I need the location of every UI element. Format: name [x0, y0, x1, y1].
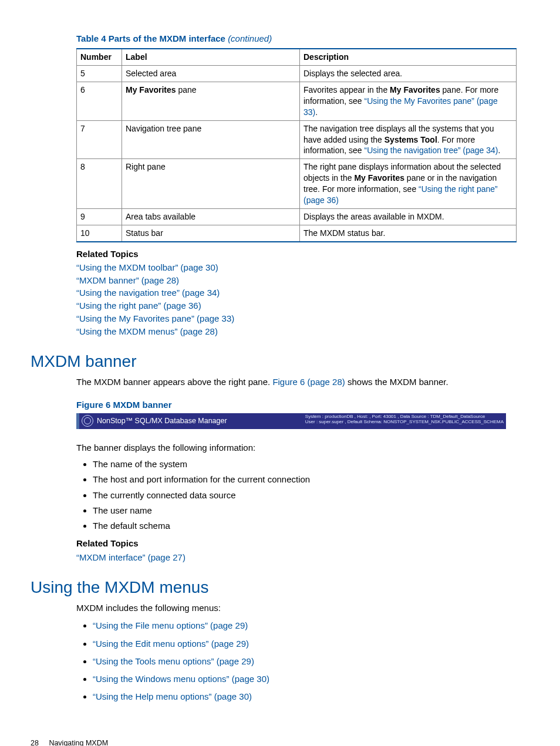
xref-link[interactable]: “Using the right pane” (page 36) [76, 299, 514, 312]
xref-link[interactable]: “Using the Help menu options” (page 30) [93, 691, 252, 701]
col-number: Number [77, 49, 122, 65]
caption-continued: (continued) [228, 33, 272, 43]
list-item: “Using the Windows menu options” (page 3… [93, 673, 514, 685]
table-caption: Table 4 Parts of the MXDM interface (con… [76, 33, 514, 45]
interface-parts-table: Number Label Description 5Selected areaD… [76, 48, 517, 242]
globe-icon [82, 415, 93, 427]
table-row: 9Area tabs availableDisplays the areas a… [77, 208, 517, 225]
figure-link[interactable]: Figure 6 (page 28) [272, 377, 345, 387]
cell-label: My Favorites pane [122, 82, 300, 121]
banner-intro: The MXDM banner appears above the right … [76, 376, 514, 388]
chapter-title: Navigating MXDM [49, 739, 108, 746]
page-number: 28 [31, 738, 39, 746]
list-item: “Using the Tools menu options” (page 29) [93, 656, 514, 667]
table-row: 8Right paneThe right pane displays infor… [77, 159, 517, 209]
list-item: “Using the Help menu options” (page 30) [93, 691, 514, 703]
cell-description: Displays the areas available in MXDM. [300, 208, 517, 225]
xref-link[interactable]: “Using the Windows menu options” (page 3… [93, 674, 269, 684]
banner-meta-line2: User : super.super , Default Schema: NON… [305, 419, 504, 424]
cell-description: Favorites appear in the My Favorites pan… [300, 82, 517, 121]
cell-number: 5 [77, 66, 122, 82]
related-topics-heading: Related Topics [76, 248, 514, 260]
xref-link[interactable]: “Using the Edit menu options” (page 29) [93, 639, 249, 649]
col-description: Description [300, 49, 517, 65]
table-row: 6My Favorites paneFavorites appear in th… [77, 82, 517, 121]
related-topics-list: “Using the MXDM toolbar” (page 30)“MXDM … [76, 261, 514, 338]
banner-meta-line1: System : productionDB , Host: , Port: 43… [305, 414, 504, 419]
page-footer: 28 Navigating MXDM [31, 738, 514, 746]
section-heading-banner: MXDM banner [31, 350, 514, 373]
banner-info-list: The name of the systemThe host and port … [76, 458, 514, 532]
banner-meta: System : productionDB , Host: , Port: 43… [305, 414, 504, 424]
cell-label: Right pane [122, 159, 300, 209]
cell-label: Navigation tree pane [122, 120, 300, 159]
table-row: 10Status barThe MXDM status bar. [77, 225, 517, 241]
xref-link[interactable]: “Using the navigation tree” (page 34) [365, 146, 498, 155]
figure-caption: Figure 6 MXDM banner [76, 399, 514, 411]
list-item: The host and port information for the cu… [93, 474, 514, 485]
related-topics-heading: Related Topics [76, 538, 514, 549]
cell-label: Area tabs available [122, 208, 300, 225]
list-item: The name of the system [93, 458, 514, 470]
section-heading-menus: Using the MXDM menus [31, 576, 514, 599]
col-label: Label [122, 49, 300, 65]
xref-link[interactable]: “Using the My Favorites pane” (page 33) [303, 96, 498, 117]
xref-link[interactable]: “Using the navigation tree” (page 34) [76, 286, 514, 299]
xref-link[interactable]: “Using the MXDM toolbar” (page 30) [76, 261, 514, 274]
cell-description: The right pane displays information abou… [300, 159, 517, 209]
xref-link[interactable]: “Using the My Favorites pane” (page 33) [76, 312, 514, 325]
list-item: The currently connected data source [93, 490, 514, 501]
cell-description: The MXDM status bar. [300, 225, 517, 241]
list-item: “Using the File menu options” (page 29) [93, 620, 514, 632]
related-topics-list: “MXDM interface” (page 27) [76, 551, 514, 564]
cell-number: 8 [77, 159, 122, 209]
xref-link[interactable]: “Using the File menu options” (page 29) [93, 620, 248, 630]
table-row: 7Navigation tree paneThe navigation tree… [77, 120, 517, 159]
text: The MXDM banner appears above the right … [76, 377, 272, 387]
banner-info-intro: The banner displays the following inform… [76, 442, 514, 454]
cell-label: Status bar [122, 225, 300, 241]
cell-description: Displays the selected area. [300, 66, 517, 82]
cell-description: The navigation tree displays all the sys… [300, 120, 517, 159]
menus-list: “Using the File menu options” (page 29)“… [76, 620, 514, 703]
cell-number: 10 [77, 225, 122, 241]
banner-title: NonStop™ SQL/MX Database Manager [97, 416, 227, 426]
xref-link[interactable]: “Using the MXDM menus” (page 28) [76, 325, 514, 338]
cell-number: 6 [77, 82, 122, 121]
list-item: The user name [93, 505, 514, 517]
xref-link[interactable]: “MXDM banner” (page 28) [76, 274, 514, 287]
cell-number: 9 [77, 208, 122, 225]
menus-intro: MXDM includes the following menus: [76, 602, 514, 614]
table-row: 5Selected areaDisplays the selected area… [77, 66, 517, 82]
caption-text: Table 4 Parts of the MXDM interface [76, 33, 225, 43]
text: shows the MXDM banner. [345, 377, 448, 387]
list-item: “Using the Edit menu options” (page 29) [93, 638, 514, 650]
table-header-row: Number Label Description [77, 49, 517, 65]
cell-number: 7 [77, 120, 122, 159]
xref-link[interactable]: “MXDM interface” (page 27) [76, 551, 514, 564]
cell-label: Selected area [122, 66, 300, 82]
xref-link[interactable]: “Using the Tools menu options” (page 29) [93, 656, 254, 666]
xref-link[interactable]: “Using the right pane” (page 36) [303, 184, 498, 205]
mxdm-banner-figure: NonStop™ SQL/MX Database Manager System … [76, 413, 506, 429]
list-item: The default schema [93, 520, 514, 532]
